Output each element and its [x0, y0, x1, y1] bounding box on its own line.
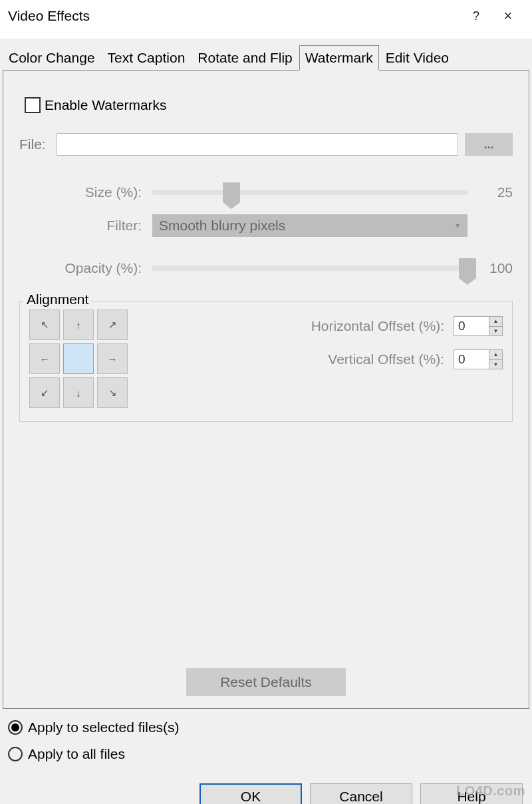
- align-top-left[interactable]: ↖: [29, 309, 60, 340]
- slider-section: Size (%): 25 Filter: Smooth blurry pixel…: [19, 180, 513, 281]
- horizontal-offset-down[interactable]: ▼: [489, 327, 502, 336]
- enable-watermarks-label: Enable Watermarks: [45, 97, 167, 113]
- opacity-row: Opacity (%): 100: [19, 256, 513, 281]
- tab-edit-video[interactable]: Edit Video: [380, 45, 455, 71]
- apply-all-row: Apply to all files: [8, 746, 532, 762]
- enable-watermarks-checkbox[interactable]: [25, 97, 41, 113]
- vertical-offset-input[interactable]: [454, 350, 489, 369]
- align-middle-center[interactable]: [63, 343, 94, 374]
- opacity-label: Opacity (%):: [19, 260, 152, 276]
- tab-panel-watermark: Enable Watermarks File: ... Size (%): 25…: [3, 70, 529, 709]
- help-icon[interactable]: ?: [460, 5, 492, 27]
- horizontal-offset-up[interactable]: ▲: [489, 317, 502, 327]
- chevron-down-icon: ▾: [456, 221, 460, 230]
- filter-row: Filter: Smooth blurry pixels ▾: [19, 213, 513, 238]
- align-middle-right[interactable]: →: [97, 343, 128, 374]
- align-middle-left[interactable]: ←: [29, 343, 60, 374]
- tab-text-caption[interactable]: Text Caption: [102, 45, 192, 71]
- file-label: File:: [19, 136, 57, 152]
- file-row: File: ...: [19, 133, 513, 156]
- apply-all-radio[interactable]: [8, 747, 23, 761]
- apply-selected-radio[interactable]: [8, 720, 23, 735]
- reset-defaults-button[interactable]: Reset Defaults: [186, 668, 346, 696]
- file-input[interactable]: [57, 133, 458, 156]
- filter-dropdown[interactable]: Smooth blurry pixels ▾: [152, 214, 467, 237]
- enable-watermarks-row: Enable Watermarks: [25, 97, 513, 113]
- horizontal-offset-label: Horizontal Offset (%):: [161, 318, 454, 334]
- size-slider[interactable]: [152, 190, 467, 195]
- align-top-right[interactable]: ↗: [97, 309, 128, 340]
- align-bottom-left[interactable]: ↙: [29, 377, 60, 408]
- tab-watermark[interactable]: Watermark: [299, 45, 379, 71]
- align-bottom-right[interactable]: ↘: [97, 377, 128, 408]
- vertical-offset-input-wrap: ▲ ▼: [454, 349, 503, 369]
- tab-color-change[interactable]: Color Change: [3, 45, 101, 71]
- size-row: Size (%): 25: [19, 180, 513, 205]
- alignment-legend: Alignment: [24, 292, 91, 307]
- vertical-offset-spinner: ▲ ▼: [489, 350, 502, 369]
- browse-button[interactable]: ...: [465, 133, 513, 156]
- titlebar: Video Effects ? ×: [0, 0, 532, 37]
- apply-selected-row: Apply to selected files(s): [8, 719, 532, 735]
- dialog-buttons: OK Cancel Help: [0, 774, 532, 804]
- horizontal-offset-input[interactable]: [454, 317, 489, 335]
- ok-button[interactable]: OK: [200, 783, 302, 804]
- alignment-group: Alignment ↖ ↑ ↗ ← → ↙ ↓ ↘ Horizontal Off…: [19, 301, 513, 422]
- vertical-offset-up[interactable]: ▲: [489, 350, 502, 360]
- cancel-button[interactable]: Cancel: [310, 783, 412, 804]
- filter-label: Filter:: [19, 218, 152, 234]
- window-title: Video Effects: [8, 8, 460, 24]
- alignment-grid: ↖ ↑ ↗ ← → ↙ ↓ ↘: [29, 309, 128, 408]
- tabs-row: Color Change Text Caption Rotate and Fli…: [0, 39, 532, 71]
- dialog-body: Color Change Text Caption Rotate and Fli…: [0, 39, 532, 804]
- horizontal-offset-spinner: ▲ ▼: [489, 317, 502, 335]
- apply-all-label: Apply to all files: [28, 746, 125, 762]
- size-value: 25: [479, 184, 513, 200]
- size-label: Size (%):: [19, 184, 152, 200]
- horizontal-offset-input-wrap: ▲ ▼: [454, 316, 503, 336]
- opacity-slider[interactable]: [152, 266, 467, 271]
- vertical-offset-row: Vertical Offset (%): ▲ ▼: [161, 349, 503, 369]
- tab-rotate-flip[interactable]: Rotate and Flip: [192, 45, 298, 71]
- size-slider-thumb[interactable]: [223, 182, 240, 202]
- apply-selected-label: Apply to selected files(s): [28, 719, 180, 735]
- align-bottom-center[interactable]: ↓: [63, 377, 94, 408]
- opacity-slider-thumb[interactable]: [459, 258, 476, 278]
- align-top-center[interactable]: ↑: [63, 309, 94, 340]
- filter-value: Smooth blurry pixels: [159, 218, 285, 234]
- close-icon[interactable]: ×: [492, 5, 524, 27]
- offsets: Horizontal Offset (%): ▲ ▼ Vertical Offs…: [161, 309, 503, 408]
- opacity-value: 100: [479, 260, 513, 276]
- vertical-offset-label: Vertical Offset (%):: [161, 351, 454, 367]
- horizontal-offset-row: Horizontal Offset (%): ▲ ▼: [161, 316, 503, 336]
- help-button[interactable]: Help: [420, 783, 523, 804]
- vertical-offset-down[interactable]: ▼: [489, 360, 502, 369]
